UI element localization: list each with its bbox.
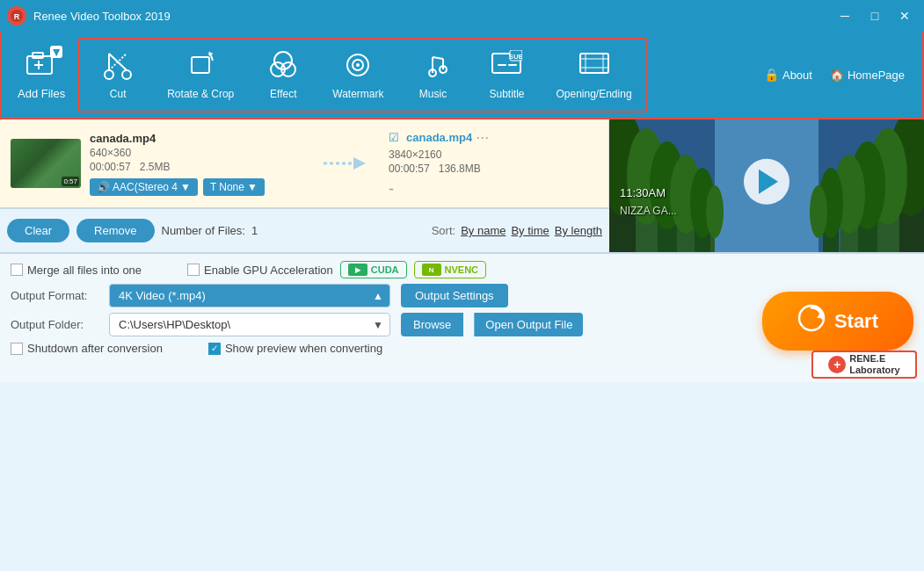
toolbar-right: 🔒 About 🏠 HomePage <box>757 64 919 85</box>
output-format-select[interactable]: 4K Video (*.mp4) <box>109 284 390 307</box>
file-list: 0:57 canada.mp4 640×360 00:00:57 2.5MB 🔊… <box>0 119 609 208</box>
restore-button[interactable]: □ <box>862 7 887 25</box>
opening-label: Opening/Ending <box>556 88 631 100</box>
svg-point-12 <box>274 52 292 69</box>
start-icon <box>797 304 826 338</box>
gpu-checkbox-label[interactable]: Enable GPU Acceleration <box>187 264 333 277</box>
svg-line-20 <box>433 57 443 59</box>
merge-checkbox[interactable] <box>11 264 23 276</box>
merge-checkbox-label[interactable]: Merge all files into one <box>11 264 142 277</box>
effect-icon <box>267 50 299 84</box>
output-format-row: Output Format: 4K Video (*.mp4) ▲ Output… <box>11 284 599 307</box>
toolbar-item-subtitle[interactable]: SUB Subtitle <box>471 43 542 107</box>
output-settings-button[interactable]: Output Settings <box>401 284 508 307</box>
subtitle-select[interactable]: T None ▼ <box>203 178 265 196</box>
output-folder-label: Output Folder: <box>11 318 98 331</box>
output-format-label: Output Format: <box>11 289 98 302</box>
bottom-panel-right: Start + RENE.E Laboratory <box>609 252 924 382</box>
clear-button[interactable]: Clear <box>7 219 69 242</box>
sort-area: Sort: By name By time By length <box>432 224 602 237</box>
output-more-options[interactable]: ··· <box>476 128 489 147</box>
file-input-info: canada.mp4 640×360 00:00:57 2.5MB 🔊 AAC(… <box>90 132 299 196</box>
sort-by-length[interactable]: By length <box>555 224 602 237</box>
cuda-badge: ▶ CUDA <box>340 261 407 278</box>
svg-text:R: R <box>14 12 20 21</box>
file-output-info: ☑ canada.mp4 ··· 3840×2160 00:00:57 136.… <box>389 128 598 199</box>
app-logo: R <box>7 6 26 25</box>
app-title: Renee Video Toolbox 2019 <box>33 10 833 23</box>
toolbar-item-opening[interactable]: Opening/Ending <box>545 43 642 107</box>
play-video-button[interactable] <box>744 158 789 204</box>
home-icon: 🏠 <box>830 69 844 82</box>
video-time-overlay: 11:30AM <box>620 186 666 199</box>
toolbar-item-music[interactable]: Music <box>397 43 468 107</box>
show-preview-checkbox[interactable]: ✓ <box>208 343 221 355</box>
toolbar-item-watermark[interactable]: Watermark <box>322 43 394 107</box>
input-filename: canada.mp4 <box>90 132 299 145</box>
open-output-button[interactable]: Open Output File <box>474 313 583 336</box>
about-button[interactable]: 🔒 About <box>757 64 819 85</box>
options-row1: Merge all files into one Enable GPU Acce… <box>11 261 599 278</box>
toolbar: ▼ Add Files Cut <box>0 32 924 119</box>
toolbar-item-cut[interactable]: Cut <box>83 43 153 107</box>
sort-by-name[interactable]: By name <box>461 224 506 237</box>
cut-label: Cut <box>110 88 127 100</box>
options-row2: Shutdown after conversion ✓ Show preview… <box>11 342 599 355</box>
show-preview-checkbox-label[interactable]: ✓ Show preview when converting <box>208 342 382 355</box>
svg-rect-26 <box>580 54 608 73</box>
output-duration-size: 00:00:57 136.8MB <box>389 163 598 175</box>
rotate-icon <box>185 50 216 84</box>
svg-rect-11 <box>192 57 209 73</box>
cut-icon <box>102 50 134 84</box>
rene-logo: + RENE.E Laboratory <box>811 351 917 379</box>
bottom-panel-wrapper: Merge all files into one Enable GPU Acce… <box>0 252 924 382</box>
gpu-checkbox[interactable] <box>187 264 200 276</box>
toolbar-item-rotate[interactable]: Rotate & Crop <box>156 43 244 107</box>
output-folder-select[interactable]: C:\Users\HP\Desktop\ <box>109 313 390 336</box>
music-icon <box>417 50 448 84</box>
close-button[interactable]: ✕ <box>892 7 917 25</box>
titlebar: R Renee Video Toolbox 2019 ─ □ ✕ <box>0 0 924 32</box>
shutdown-checkbox[interactable] <box>11 343 23 355</box>
toolbar-main: ▼ Add Files Cut <box>5 38 757 112</box>
svg-point-7 <box>122 70 131 79</box>
toolbar-item-effect[interactable]: Effect <box>248 43 318 107</box>
svg-point-17 <box>356 63 360 67</box>
video-preview-panel: 11:30AM NIZZA GA... ⏮ ▶ ■ ⏭ 📷 📁 🔊 ⛶ <box>609 119 924 252</box>
rotate-label: Rotate & Crop <box>167 88 234 100</box>
svg-rect-24 <box>498 64 506 66</box>
output-dash: - <box>389 180 598 199</box>
main-content: 0:57 canada.mp4 640×360 00:00:57 2.5MB 🔊… <box>0 119 924 252</box>
effect-label: Effect <box>270 88 296 100</box>
input-resolution: 640×360 <box>90 147 299 159</box>
add-files-label: Add Files <box>18 87 65 100</box>
bottom-controls-bar: Clear Remove Number of Files: 1 Sort: By… <box>0 208 609 252</box>
input-duration-size: 00:00:57 2.5MB <box>90 161 299 173</box>
rene-plus-icon: + <box>828 356 846 373</box>
output-format-select-wrap: 4K Video (*.mp4) ▲ <box>109 284 390 307</box>
bottom-panel: Merge all files into one Enable GPU Acce… <box>0 252 609 382</box>
watermark-label: Watermark <box>332 88 383 100</box>
play-triangle-icon <box>759 169 778 193</box>
subtitle-label: Subtitle <box>489 88 524 100</box>
minimize-button[interactable]: ─ <box>833 7 857 25</box>
svg-point-59 <box>810 185 827 238</box>
video-location-overlay: NIZZA GA... <box>620 205 677 217</box>
homepage-button[interactable]: 🏠 HomePage <box>823 65 912 85</box>
svg-rect-25 <box>508 64 517 66</box>
output-folder-select-wrap: C:\Users\HP\Desktop\ ▼ <box>109 313 390 336</box>
svg-text:SUB: SUB <box>509 53 522 61</box>
start-label: Start <box>834 310 878 333</box>
add-files-button[interactable]: ▼ Add Files <box>5 42 77 107</box>
window-controls: ─ □ ✕ <box>833 7 917 25</box>
opening-icon <box>578 50 610 84</box>
shutdown-checkbox-label[interactable]: Shutdown after conversion <box>11 342 163 355</box>
sort-by-time[interactable]: By time <box>511 224 549 237</box>
video-bg: 11:30AM NIZZA GA... <box>609 119 924 252</box>
browse-button[interactable]: Browse <box>401 313 463 336</box>
start-button[interactable]: Start <box>762 292 913 351</box>
subtitle-icon: SUB <box>491 50 522 84</box>
remove-button[interactable]: Remove <box>76 219 154 242</box>
file-audio-controls: 🔊 AAC(Stereo 4 ▼ T None ▼ <box>90 178 299 196</box>
audio-select[interactable]: 🔊 AAC(Stereo 4 ▼ <box>90 178 198 196</box>
